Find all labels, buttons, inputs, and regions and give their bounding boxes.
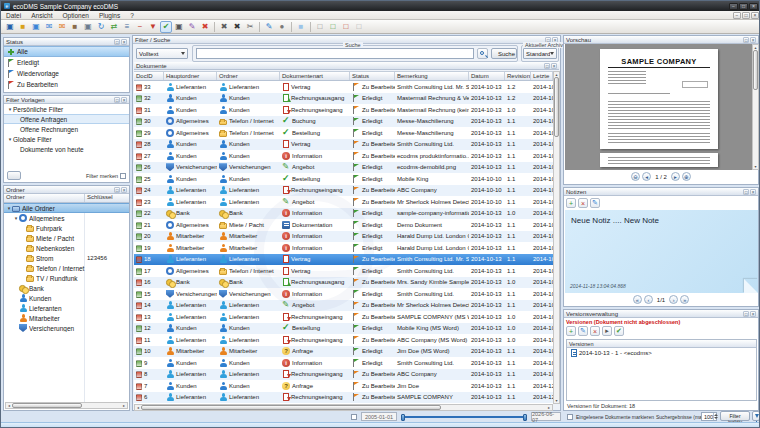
menu-item-optionen[interactable]: Optionen xyxy=(58,11,94,20)
table-row[interactable]: 7KundenKundenAnfrageZu BearbeitenJim Doe… xyxy=(134,380,553,392)
table-row[interactable]: 29AllgemeinesTelefon / InternetBestellun… xyxy=(134,127,553,139)
column-header-status[interactable]: Status xyxy=(350,72,395,80)
next-page-icon[interactable]: ▸ xyxy=(671,172,680,181)
mdi-close-icon[interactable]: × xyxy=(751,12,759,19)
float-panel-icon[interactable]: □ xyxy=(743,189,749,195)
scroll-thumb[interactable] xyxy=(141,405,441,410)
search-icon[interactable] xyxy=(477,48,488,59)
table-row[interactable]: 32KundenKundenRechnungsausgangErledigtMa… xyxy=(134,93,553,105)
delete-version-icon[interactable]: × xyxy=(590,326,600,336)
mdi-minimize-icon[interactable]: − xyxy=(733,12,741,19)
first-note-icon[interactable]: « xyxy=(633,295,642,304)
version-item[interactable]: 2014-10-13 - 1 - <ecodms> xyxy=(567,348,756,358)
prev-page-icon[interactable]: ◂ xyxy=(642,172,651,181)
scroll-thumb[interactable] xyxy=(12,403,82,408)
folder-item-tv-rundfunk[interactable]: TV / Rundfunk xyxy=(4,273,129,283)
filter-item-offene-anfragen[interactable]: Offene Anfragen xyxy=(4,114,129,124)
classify-icon[interactable]: ✔ xyxy=(160,21,172,33)
float-panel-icon[interactable]: □ xyxy=(743,311,749,317)
finalize-version-icon[interactable]: ✔ xyxy=(614,326,624,336)
table-row[interactable]: 28KundenKundenVertragZu BearbeitenSmith … xyxy=(134,139,553,151)
table-row[interactable]: 33LieferantenLieferantenVertragZu Bearbe… xyxy=(134,81,553,93)
spin-up-icon[interactable] xyxy=(714,414,718,416)
note-icon[interactable]: ✎ xyxy=(186,21,198,33)
folder-item-versicherungen[interactable]: Versicherungen xyxy=(4,323,129,333)
mdi-restore-icon[interactable]: □ xyxy=(742,12,750,19)
maximize-icon[interactable]: □ xyxy=(739,3,748,10)
delete-note-icon[interactable]: × xyxy=(578,198,588,208)
cut-icon[interactable]: ✂ xyxy=(244,21,256,33)
float-panel-icon[interactable]: □ xyxy=(114,39,120,45)
close-panel-icon[interactable]: × xyxy=(551,63,557,69)
filter-group-persönliche-filter[interactable]: ▾Persönliche Filter xyxy=(4,104,129,114)
zoom-in-icon[interactable]: ⊕ xyxy=(682,172,691,181)
table-row[interactable]: 12KundenKundenBestellungErledigtMobile K… xyxy=(134,323,553,335)
table-vscrollbar[interactable]: ▴ ▾ xyxy=(553,71,560,404)
folder-item-nebenkosten[interactable]: Nebenkosten xyxy=(4,243,129,253)
filter-remember-checkbox[interactable] xyxy=(120,173,126,179)
fulltext-dropdown[interactable]: Volltext xyxy=(136,48,188,59)
folders-hscrollbar[interactable]: ◂ ▸ xyxy=(5,402,128,409)
search-button[interactable]: Suche xyxy=(491,48,517,59)
folder-item-telefon-internet[interactable]: Telefon / Internet xyxy=(4,263,129,273)
float-panel-icon[interactable]: □ xyxy=(743,37,749,43)
inbox-icon[interactable]: ▼ xyxy=(147,21,159,33)
filter-inactive-button[interactable]: Filter inaktiv xyxy=(720,411,750,421)
column-header-hauptordner[interactable]: Hauptordner xyxy=(164,72,217,80)
edit-note-icon[interactable]: ✎ xyxy=(590,198,600,208)
slider-handle-left[interactable] xyxy=(401,414,405,421)
date-from-field[interactable]: 2005-01-01 xyxy=(361,412,397,421)
stop-icon[interactable]: ✖ xyxy=(199,21,211,33)
folder-item-mitarbeiter[interactable]: Mitarbeiter xyxy=(4,313,129,323)
menu-item-plugins[interactable]: Plugins xyxy=(94,11,125,20)
menu-item-ansicht[interactable]: Ansicht xyxy=(26,11,57,20)
new-folder-icon[interactable]: ■ xyxy=(17,21,29,33)
status-item-erledigt[interactable]: Erledigt xyxy=(4,57,129,68)
sync-icon[interactable]: ⇄ xyxy=(108,21,120,33)
column-header-datum[interactable]: Datum xyxy=(469,72,505,80)
preview-canvas[interactable]: SAMPLE COMPANY xyxy=(565,44,752,170)
new-version-icon[interactable]: + xyxy=(566,326,576,336)
table-row[interactable]: 30AllgemeinesTelefon / InternetBuchungEr… xyxy=(134,116,553,128)
properties-icon[interactable]: ● xyxy=(276,21,288,33)
spinner-arrows[interactable] xyxy=(713,413,718,420)
folder-item-kunden[interactable]: Kunden xyxy=(4,293,129,303)
menu-item-datei[interactable]: Datei xyxy=(1,11,26,20)
status-item-alle[interactable]: Alle xyxy=(4,46,129,57)
float-panel-icon[interactable]: □ xyxy=(114,97,120,103)
document-export-icon[interactable]: □ xyxy=(340,21,352,33)
search-input[interactable] xyxy=(196,48,474,59)
float-panel-icon[interactable]: □ xyxy=(544,63,550,69)
date-range-slider[interactable] xyxy=(402,416,526,418)
filter-indicator-icon[interactable] xyxy=(752,411,760,421)
status-item-zu-bearbeiten[interactable]: Zu Bearbeiten xyxy=(4,79,129,90)
scroll-thumb[interactable] xyxy=(554,77,559,137)
folder-item-strom[interactable]: Strom123456 xyxy=(4,253,129,263)
table-row[interactable]: 11LieferantenLieferantenRechnungseingang… xyxy=(134,334,553,346)
column-header-dokumentenart[interactable]: Dokumentenart xyxy=(280,72,350,80)
table-row[interactable]: 27KundenKundenInformationZu Bearbeitenec… xyxy=(134,150,553,162)
delete-document-icon[interactable]: ✖ xyxy=(231,21,243,33)
add-note-icon[interactable]: + xyxy=(566,198,576,208)
filter-clear-button[interactable] xyxy=(7,171,21,180)
archive-dropdown[interactable]: Standard Archiv xyxy=(523,48,557,59)
document-template-icon[interactable]: □ xyxy=(353,21,365,33)
save-all-icon[interactable]: ▣ xyxy=(30,21,42,33)
folder-item-allgemeines[interactable]: ▾Allgemeines xyxy=(4,213,129,223)
close-icon[interactable]: × xyxy=(749,3,758,10)
unclassify-icon[interactable]: ✖ xyxy=(218,21,230,33)
table-row[interactable]: 31KundenKundenRechnungseingangZu Bearbei… xyxy=(134,104,553,116)
float-panel-icon[interactable]: □ xyxy=(114,187,120,193)
filter-item-offene-rechnungen[interactable]: Offene Rechnungen xyxy=(4,124,129,134)
close-panel-icon[interactable]: × xyxy=(121,39,127,45)
history-icon[interactable]: ↻ xyxy=(95,21,107,33)
document-add-icon[interactable]: □ xyxy=(327,21,339,33)
prev-note-icon[interactable]: ‹ xyxy=(644,295,653,304)
table-row[interactable]: 8LieferantenLieferantenRechnungseingangZ… xyxy=(134,369,553,381)
info-icon[interactable]: ■ xyxy=(295,21,307,33)
column-header-ordner[interactable]: Ordner xyxy=(217,72,280,80)
last-note-icon[interactable]: » xyxy=(680,295,689,304)
zoom-out-icon[interactable]: ⊖ xyxy=(631,172,640,181)
filter-item-dokumente-von-heute[interactable]: Dokumente von heute xyxy=(4,144,129,154)
column-header-bemerkung[interactable]: Bemerkung xyxy=(395,72,469,80)
